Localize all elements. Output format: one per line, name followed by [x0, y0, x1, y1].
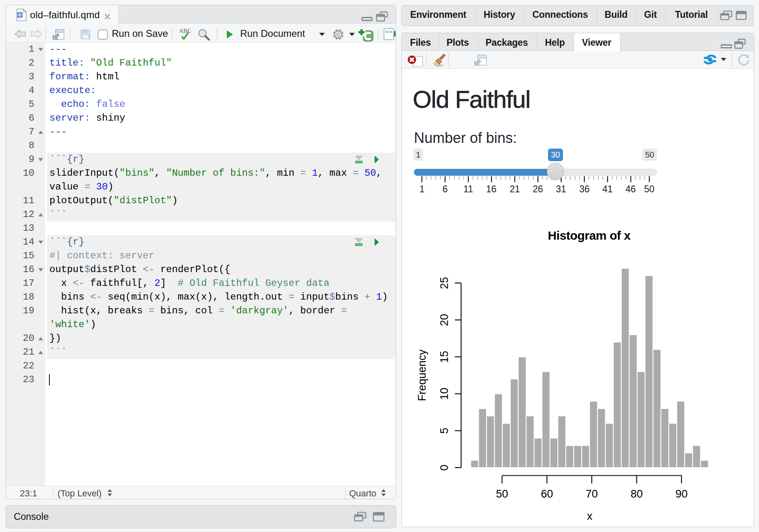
svg-text:Frequency: Frequency [416, 349, 428, 401]
svg-text:Histogram of x: Histogram of x [548, 229, 631, 242]
svg-text:x: x [587, 510, 593, 522]
svg-text:25: 25 [438, 277, 450, 289]
svg-text:70: 70 [586, 488, 598, 500]
svg-text:10: 10 [438, 388, 450, 400]
svg-text:80: 80 [631, 488, 643, 500]
svg-text:0: 0 [438, 464, 450, 470]
svg-text:50: 50 [496, 488, 508, 500]
svg-text:15: 15 [438, 351, 450, 363]
svg-text:ABC: ABC [179, 28, 192, 34]
svg-text:20: 20 [438, 314, 450, 326]
svg-text:90: 90 [676, 488, 688, 500]
svg-text:60: 60 [541, 488, 553, 500]
svg-text:5: 5 [438, 428, 450, 434]
